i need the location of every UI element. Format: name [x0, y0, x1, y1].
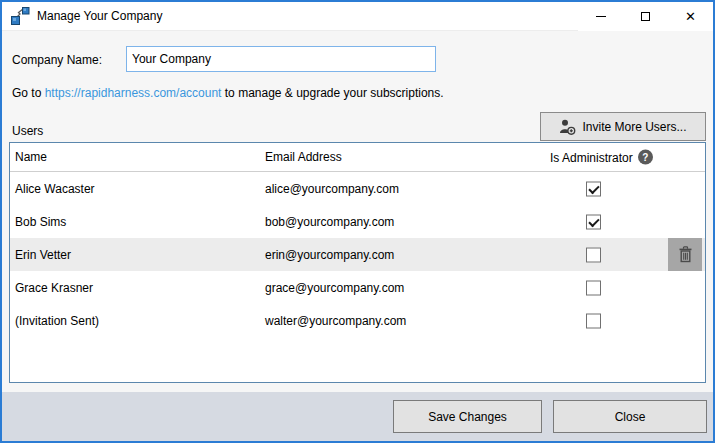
- subscription-prefix: Go to: [12, 86, 45, 100]
- user-email: bob@yourcompany.com: [265, 215, 394, 229]
- delete-user-button[interactable]: [668, 238, 702, 271]
- title-bar[interactable]: Manage Your Company ✕: [2, 2, 713, 31]
- manage-company-dialog: Manage Your Company ✕ Company Name: Go t…: [0, 0, 715, 443]
- table-row[interactable]: Grace Krasner grace@yourcompany.com: [10, 271, 705, 304]
- table-header-row: Name Email Address Is Administrator ?: [10, 143, 705, 172]
- trash-icon: [678, 246, 693, 263]
- close-dialog-button[interactable]: Close: [553, 400, 707, 433]
- help-icon[interactable]: ?: [638, 150, 653, 165]
- maximize-icon: [641, 12, 650, 21]
- subscription-text: Go to https://rapidharness.com/account t…: [12, 86, 444, 100]
- footer-bar: Save Changes Close: [2, 392, 713, 441]
- invite-more-users-button[interactable]: Invite More Users...: [540, 112, 706, 141]
- minimize-icon: [596, 16, 606, 17]
- user-name: (Invitation Sent): [15, 314, 99, 328]
- company-name-label: Company Name:: [12, 53, 102, 67]
- table-row[interactable]: Alice Wacaster alice@yourcompany.com: [10, 172, 705, 205]
- caption-buttons: ✕: [578, 2, 713, 31]
- header-email: Email Address: [265, 150, 342, 164]
- header-is-admin-group: Is Administrator ?: [550, 150, 653, 165]
- table-row[interactable]: (Invitation Sent) walter@yourcompany.com: [10, 304, 705, 337]
- table-row[interactable]: Bob Sims bob@yourcompany.com: [10, 205, 705, 238]
- header-name: Name: [15, 150, 47, 164]
- app-icon: [10, 6, 30, 26]
- user-email: walter@yourcompany.com: [265, 314, 406, 328]
- user-email: grace@yourcompany.com: [265, 281, 404, 295]
- header-is-admin: Is Administrator: [550, 150, 633, 164]
- is-admin-checkbox[interactable]: [586, 313, 601, 328]
- person-add-icon: [559, 119, 576, 135]
- user-email: alice@yourcompany.com: [265, 182, 399, 196]
- save-changes-button[interactable]: Save Changes: [393, 400, 542, 433]
- user-name: Bob Sims: [15, 215, 66, 229]
- is-admin-checkbox[interactable]: [586, 280, 601, 295]
- close-icon: ✕: [685, 10, 696, 23]
- subscription-suffix: to manage & upgrade your subscriptions.: [221, 86, 443, 100]
- invite-button-label: Invite More Users...: [582, 120, 686, 134]
- user-email: erin@yourcompany.com: [265, 248, 394, 262]
- user-name: Erin Vetter: [15, 248, 71, 262]
- table-row-selected[interactable]: Erin Vetter erin@yourcompany.com: [10, 238, 705, 271]
- users-section-label: Users: [12, 124, 43, 138]
- window-title: Manage Your Company: [37, 9, 162, 23]
- maximize-button[interactable]: [623, 2, 668, 31]
- is-admin-checkbox[interactable]: [586, 247, 601, 262]
- minimize-button[interactable]: [578, 2, 623, 31]
- close-button[interactable]: ✕: [668, 2, 713, 31]
- users-table: Name Email Address Is Administrator ? Al…: [9, 142, 706, 383]
- user-name: Alice Wacaster: [15, 182, 95, 196]
- company-name-input[interactable]: [126, 46, 436, 72]
- account-link[interactable]: https://rapidharness.com/account: [45, 86, 222, 100]
- is-admin-checkbox[interactable]: [586, 214, 601, 229]
- user-name: Grace Krasner: [15, 281, 93, 295]
- is-admin-checkbox[interactable]: [586, 181, 601, 196]
